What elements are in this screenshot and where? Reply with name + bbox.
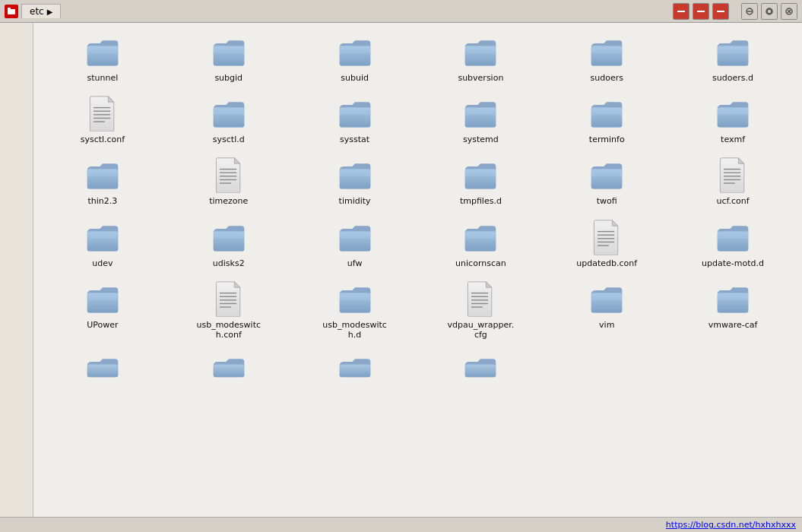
- file-label: timezone: [209, 196, 248, 206]
- file-content[interactable]: stunnel subgid subuid: [33, 23, 802, 532]
- file-item[interactable]: sysctl.d: [167, 90, 290, 149]
- file-item[interactable]: ufw: [293, 214, 417, 273]
- file-label: sysstat: [340, 135, 369, 144]
- file-icon: [715, 95, 751, 131]
- file-label: tmpfiles.d: [460, 196, 502, 206]
- file-item[interactable]: unicornscan: [419, 214, 542, 273]
- file-item[interactable]: udev: [41, 214, 164, 273]
- file-item[interactable]: ucf.conf: [671, 152, 794, 211]
- file-label: subuid: [341, 73, 369, 83]
- file-icon: [462, 33, 499, 70]
- maximize-button[interactable]: [761, 3, 778, 20]
- file-icon: [715, 280, 751, 317]
- file-item[interactable]: timezone: [167, 152, 290, 211]
- file-icon: [337, 33, 373, 70]
- file-item[interactable]: usb_modeswitch.conf: [167, 276, 290, 344]
- tab-etc[interactable]: etc ▶: [21, 4, 61, 18]
- file-item[interactable]: texmf: [671, 90, 794, 149]
- file-label: thin2.3: [88, 196, 118, 206]
- svg-rect-102: [339, 293, 370, 299]
- wm-btn-3[interactable]: [712, 3, 729, 20]
- svg-rect-121: [465, 365, 496, 378]
- file-item[interactable]: subgid: [167, 29, 290, 87]
- file-item[interactable]: vim: [545, 276, 668, 344]
- close-button[interactable]: [781, 3, 797, 20]
- file-icon: [211, 33, 247, 70]
- file-icon: [211, 95, 247, 131]
- file-label: usb_modeswitch.d: [321, 320, 389, 340]
- file-icon: [588, 95, 625, 131]
- file-label: ucf.conf: [716, 196, 749, 206]
- file-item[interactable]: udisks2: [167, 214, 290, 273]
- file-label: subversion: [458, 73, 503, 83]
- statusbar-url[interactable]: https://blog.csdn.net/hxhxhxxx: [666, 520, 796, 530]
- file-item[interactable]: twofi: [545, 152, 668, 211]
- svg-rect-119: [339, 365, 370, 378]
- svg-rect-91: [718, 231, 749, 238]
- svg-rect-1: [8, 8, 11, 10]
- file-label: subgid: [214, 73, 243, 83]
- file-item[interactable]: UPower: [41, 276, 164, 344]
- svg-rect-29: [718, 46, 749, 53]
- file-item[interactable]: [293, 347, 417, 396]
- file-icon: [337, 352, 373, 388]
- file-icon: [337, 157, 373, 193]
- file-label: terminfo: [589, 135, 625, 144]
- file-icon: [715, 33, 751, 70]
- file-item[interactable]: vdpau_wrapper.cfg: [419, 276, 542, 344]
- file-label: sysctl.conf: [81, 135, 125, 144]
- file-item[interactable]: updatedb.conf: [545, 214, 668, 273]
- app-icon: [5, 5, 18, 18]
- file-icon: [337, 219, 373, 255]
- file-label: UPower: [87, 320, 118, 330]
- svg-rect-46: [591, 108, 623, 115]
- file-icon: [715, 219, 751, 255]
- file-item[interactable]: update-motd.d: [671, 214, 794, 273]
- file-item[interactable]: [41, 347, 164, 396]
- svg-rect-94: [87, 293, 119, 299]
- file-label: systemd: [463, 135, 499, 144]
- svg-rect-2: [677, 11, 685, 12]
- file-icon: [211, 280, 247, 317]
- svg-rect-74: [87, 231, 119, 238]
- file-icon: [588, 33, 625, 70]
- file-item[interactable]: sudoers.d: [671, 29, 794, 87]
- file-item[interactable]: [419, 347, 542, 396]
- file-icon: [462, 280, 499, 317]
- svg-rect-52: [87, 169, 119, 176]
- file-item[interactable]: sysctl.conf: [41, 90, 164, 149]
- svg-rect-3: [697, 11, 705, 12]
- file-item[interactable]: usb_modeswitch.d: [293, 276, 417, 344]
- wm-btn-1[interactable]: [673, 3, 689, 20]
- svg-rect-113: [718, 293, 749, 299]
- file-grid: stunnel subgid subuid: [36, 29, 799, 396]
- file-item[interactable]: systemd: [419, 90, 542, 149]
- file-item[interactable]: subuid: [293, 29, 417, 87]
- file-item[interactable]: vmware-caf: [671, 276, 794, 344]
- file-item[interactable]: stunnel: [41, 29, 164, 87]
- file-icon: [211, 219, 247, 255]
- svg-rect-63: [465, 169, 496, 176]
- titlebar: etc ▶: [0, 0, 802, 23]
- file-item[interactable]: thin2.3: [41, 152, 164, 211]
- file-icon: [588, 280, 625, 317]
- file-item[interactable]: timidity: [293, 152, 417, 211]
- svg-rect-8: [768, 9, 772, 13]
- file-label: texmf: [721, 135, 745, 144]
- minimize-button[interactable]: [741, 3, 758, 20]
- file-item[interactable]: tmpfiles.d: [419, 152, 542, 211]
- file-item[interactable]: terminfo: [545, 90, 668, 149]
- file-icon: [211, 157, 247, 193]
- file-item[interactable]: sysstat: [293, 90, 417, 149]
- file-label: vmware-caf: [708, 320, 758, 330]
- file-icon: [588, 157, 625, 193]
- svg-rect-20: [339, 46, 370, 53]
- file-item[interactable]: sudoers: [545, 29, 668, 87]
- wm-btn-2[interactable]: [693, 3, 709, 20]
- file-label: sudoers: [591, 73, 623, 83]
- file-label: vdpau_wrapper.cfg: [446, 320, 515, 340]
- svg-rect-37: [213, 108, 244, 115]
- file-item[interactable]: subversion: [419, 29, 542, 87]
- file-icon: [84, 157, 121, 193]
- file-item[interactable]: [167, 347, 290, 396]
